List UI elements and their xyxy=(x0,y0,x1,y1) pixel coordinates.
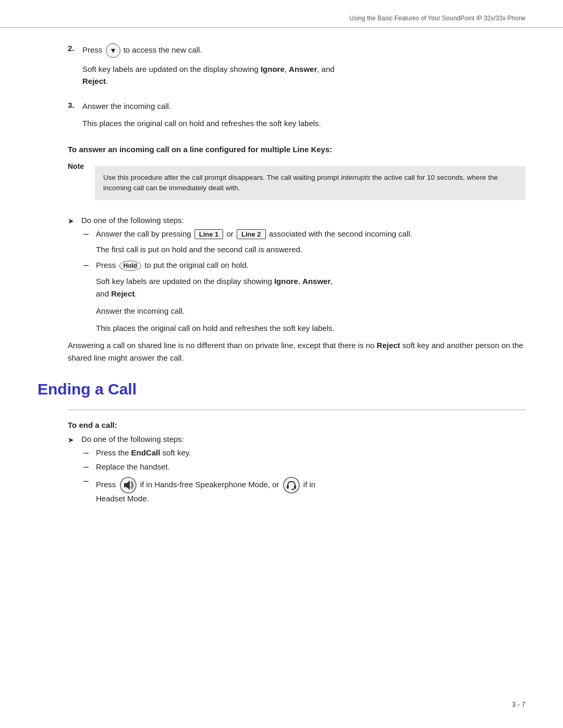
bullet-1-text: Do one of the following steps: xyxy=(81,216,184,225)
svg-point-3 xyxy=(284,477,299,493)
end-dash-1-sym: – xyxy=(81,447,96,458)
end-dash-3-row: – Press if in Hands-free Speakerphone Mo… xyxy=(81,476,525,503)
press-after: to access the new call. xyxy=(124,45,202,54)
end-dash-1-row: – Press the EndCall soft key. xyxy=(81,448,525,458)
dash-2-before: Press xyxy=(96,261,118,269)
end-dash-3-content: Press if in Hands-free Speakerphone Mode… xyxy=(96,476,315,503)
soft-key-note: Soft key labels are updated on the displ… xyxy=(82,63,525,88)
step-2-para: Press ▾ to access the new call. xyxy=(82,43,525,58)
dash-1-or: or xyxy=(224,229,236,238)
ending-title: Ending a Call xyxy=(38,380,525,398)
dash-1-note: The first call is put on hold and the se… xyxy=(96,243,525,255)
page-header: Using the Basic Features of Your SoundPo… xyxy=(0,0,563,28)
step-3-number: 3. xyxy=(68,101,82,109)
page-content: 2. Press ▾ to access the new call. Soft … xyxy=(0,28,563,538)
end-dash-2-sym: – xyxy=(81,461,96,472)
bullet-1: ➤ Do one of the following steps: xyxy=(68,216,525,225)
headset-icon[interactable] xyxy=(283,476,300,494)
dash-1-sym: – xyxy=(81,228,96,239)
step-3-text: Answer the incoming call. xyxy=(82,100,525,112)
press-label: Press xyxy=(82,45,102,54)
note-label: Note xyxy=(68,161,95,170)
svg-rect-4 xyxy=(287,485,289,489)
end-arrow: ➤ xyxy=(68,436,81,444)
section-heading: To answer an incoming call on a line con… xyxy=(68,144,525,155)
section-divider xyxy=(68,410,525,410)
header-text: Using the Basic Features of Your SoundPo… xyxy=(349,15,525,22)
places-original-2: This places the original call on hold an… xyxy=(96,322,525,334)
speaker-icon[interactable] xyxy=(119,476,137,494)
step-3-block: 3. Answer the incoming call. This places… xyxy=(68,100,525,135)
end-bullet: ➤ Do one of the following steps: xyxy=(68,435,525,444)
line1-button[interactable]: Line 1 xyxy=(194,229,224,239)
step-2-block: 2. Press ▾ to access the new call. Soft … xyxy=(68,43,525,93)
dash-1-after: associated with the second incoming call… xyxy=(267,229,412,238)
dash-2-content: Press Hold to put the original call on h… xyxy=(96,261,249,271)
end-dash-2-text: Replace the handset. xyxy=(96,462,170,471)
end-dash-3-sym: – xyxy=(81,475,96,486)
step-2-row: 2. Press ▾ to access the new call. Soft … xyxy=(68,43,525,93)
hold-button[interactable]: Hold xyxy=(119,261,142,271)
soft-key-note-2: Soft key labels are updated on the displ… xyxy=(96,275,525,300)
dash-1-content: Answer the call by pressing Line 1 or Li… xyxy=(96,229,412,240)
end-dash-3-last: Headset Mode. xyxy=(96,494,149,503)
step-3-note: This places the original call on hold an… xyxy=(82,117,525,129)
end-dash-2-row: – Replace the handset. xyxy=(81,462,525,472)
line2-button[interactable]: Line 2 xyxy=(237,229,266,239)
arrow-1: ➤ xyxy=(68,217,81,225)
shared-line-para: Answering a call on shared line is no di… xyxy=(68,339,525,364)
step-2-content: Press ▾ to access the new call. Soft key… xyxy=(82,43,525,93)
note-row: Note Use this procedure after the call p… xyxy=(68,161,525,208)
page-number: 3 - 7 xyxy=(512,700,525,708)
end-dash-1-content: Press the EndCall soft key. xyxy=(96,448,191,457)
dash-1-before: Answer the call by pressing xyxy=(96,229,193,238)
down-arrow-button[interactable]: ▾ xyxy=(106,43,120,58)
dash-2-row: – Press Hold to put the original call on… xyxy=(81,261,525,271)
dash-2-after: to put the original call on hold. xyxy=(142,261,248,269)
step-2-number: 2. xyxy=(68,44,82,53)
note-text1: Use this procedure after the call prompt… xyxy=(103,174,341,181)
answer-incoming: Answer the incoming call. xyxy=(96,305,525,317)
note-italic: interrupts xyxy=(341,174,370,181)
step-3-content: Answer the incoming call. This places th… xyxy=(82,100,525,135)
step-3-row: 3. Answer the incoming call. This places… xyxy=(68,100,525,135)
end-bullet-text: Do one of the following steps: xyxy=(81,435,184,443)
dash-2-sym: – xyxy=(81,260,96,270)
svg-point-6 xyxy=(291,488,293,490)
svg-rect-1 xyxy=(124,483,127,487)
to-end-heading: To end a call: xyxy=(68,421,525,429)
note-box: Use this procedure after the call prompt… xyxy=(95,166,525,200)
dash-1-row: – Answer the call by pressing Line 1 or … xyxy=(81,229,525,240)
